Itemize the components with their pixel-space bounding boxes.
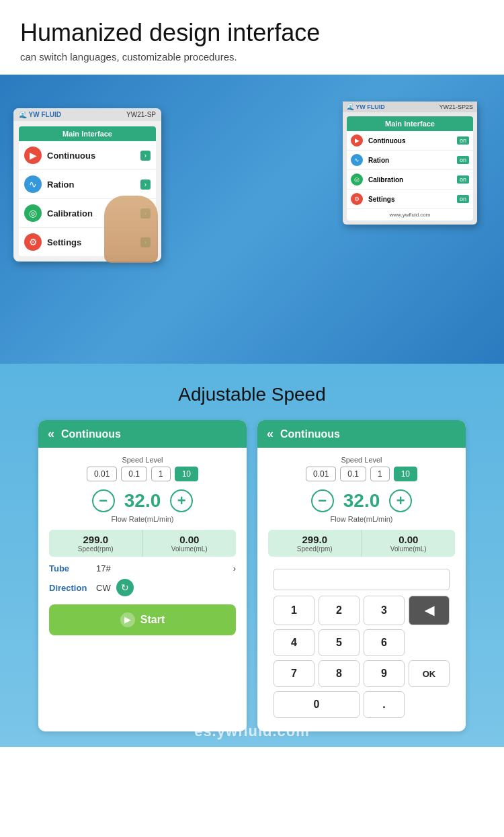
speed-buttons-left: 0.01 0.1 1 10: [49, 467, 236, 481]
continuous-label-right: Continuous: [368, 137, 457, 145]
tube-arrow-left[interactable]: ›: [233, 563, 236, 573]
num-btn-ok[interactable]: OK: [409, 660, 450, 687]
watermark: es.ywfluid.com: [194, 723, 310, 740]
settings-icon-left: ⚙: [24, 233, 42, 251]
num-btn-dot[interactable]: .: [364, 691, 405, 718]
flow-plus-left[interactable]: +: [170, 489, 193, 512]
model-left: YW21-SP: [126, 111, 156, 118]
speed-level-label-right: Speed Level: [268, 456, 455, 464]
num-btn-6[interactable]: 6: [364, 629, 405, 656]
panel-body-left: Speed Level 0.01 0.1 1 10 − 32.0 + Flow …: [38, 448, 247, 643]
calibration-icon-left: ◎: [24, 204, 42, 222]
calibration-icon-right: ◎: [351, 173, 363, 186]
stat-rpm-right: 299.0 Speed(rpm): [268, 530, 362, 557]
tube-value-left: 17#: [96, 563, 233, 573]
volume-label-left: Volume(mL): [149, 545, 231, 553]
speed-btn-01-left[interactable]: 0.1: [121, 467, 147, 481]
flow-value-right: 32.0: [343, 490, 380, 512]
menu-item-calibration-right[interactable]: ◎ Calibration on: [347, 170, 473, 190]
panels-row: « Continuous Speed Level 0.01 0.1 1 10 −…: [13, 420, 491, 731]
speed-buttons-right: 0.01 0.1 1 10: [268, 467, 455, 481]
rpm-value-left: 299.0: [54, 534, 137, 545]
num-btn-5[interactable]: 5: [319, 629, 360, 656]
device-screen-right: Main Interface ▶ Continuous on ∿ Ration …: [347, 116, 473, 221]
menu-item-ration-left[interactable]: ∿ Ration ›: [19, 170, 156, 199]
dir-value-left: CW: [96, 583, 111, 593]
ration-arrow-left: ›: [140, 180, 151, 190]
start-play-icon: ▶: [120, 612, 135, 627]
bottom-title: Adjustable Speed: [13, 384, 491, 405]
rpm-label-right: Speed(rpm): [274, 545, 356, 553]
screen-header-left: Main Interface: [19, 126, 156, 141]
flow-plus-right[interactable]: +: [389, 489, 412, 512]
panel-title-right: Continuous: [280, 428, 340, 440]
page-subtitle: can switch languages, customizable proce…: [20, 51, 484, 63]
speed-btn-1-right[interactable]: 1: [370, 467, 390, 481]
speed-btn-01-right[interactable]: 0.1: [340, 467, 366, 481]
continuous-label-left: Continuous: [47, 151, 140, 161]
flow-minus-right[interactable]: −: [311, 489, 334, 512]
back-icon-right[interactable]: «: [267, 427, 274, 441]
model-right: YW21-SP2S: [439, 104, 473, 110]
num-btn-2[interactable]: 2: [319, 596, 360, 625]
numpad-display[interactable]: [274, 569, 450, 590]
flow-control-left: − 32.0 +: [49, 489, 236, 512]
photo-section: 🌊 YW FLUID YW21-SP Main Interface ▶ Cont…: [0, 75, 504, 364]
control-panel-right: « Continuous Speed Level 0.01 0.1 1 10 −…: [257, 420, 466, 731]
calibration-toggle-right: on: [457, 175, 469, 184]
dir-row-left: Direction CW ↻: [49, 579, 236, 596]
menu-item-settings-right[interactable]: ⚙ Settings on: [347, 190, 473, 209]
speed-btn-001-right[interactable]: 0.01: [306, 467, 336, 481]
start-button-left[interactable]: ▶ Start: [49, 604, 236, 635]
settings-label-right: Settings: [368, 196, 457, 203]
rpm-label-left: Speed(rpm): [54, 545, 137, 553]
num-btn-9[interactable]: 9: [364, 660, 405, 687]
dir-icon-left[interactable]: ↻: [116, 579, 134, 596]
continuous-arrow-left: ›: [140, 151, 151, 161]
speed-btn-1-left[interactable]: 1: [151, 467, 171, 481]
stat-rpm-left: 299.0 Speed(rpm): [49, 530, 142, 557]
calibration-label-right: Calibration: [368, 176, 457, 184]
stats-row-left: 299.0 Speed(rpm) 0.00 Volume(mL): [49, 530, 236, 557]
ration-toggle-right: on: [457, 156, 469, 164]
settings-icon-right: ⚙: [351, 193, 363, 205]
flow-label-right: Flow Rate(mL/min): [268, 515, 455, 523]
num-btn-7[interactable]: 7: [274, 660, 314, 687]
speed-btn-10-right[interactable]: 10: [394, 467, 417, 481]
rpm-value-right: 299.0: [274, 534, 356, 545]
menu-item-continuous-left[interactable]: ▶ Continuous ›: [19, 141, 156, 170]
continuous-icon-left: ▶: [24, 147, 42, 164]
numpad-grid: 1 2 3 ◀ 4 5 6 7 8 9 OK 0 .: [274, 596, 450, 718]
bottom-section: Adjustable Speed « Continuous Speed Leve…: [0, 364, 504, 747]
ration-icon-right: ∿: [351, 154, 363, 166]
num-btn-1[interactable]: 1: [274, 596, 314, 625]
speed-level-label-left: Speed Level: [49, 456, 236, 464]
flow-value-left: 32.0: [124, 490, 161, 512]
num-btn-backspace[interactable]: ◀: [409, 596, 450, 625]
stat-volume-right: 0.00 Volume(mL): [362, 530, 456, 557]
tube-row-left: Tube 17# ›: [49, 563, 236, 573]
brand-right: 🌊 YW FLUID: [347, 104, 385, 110]
panel-title-left: Continuous: [61, 428, 121, 440]
continuous-toggle-right: on: [457, 136, 469, 145]
panel-body-right: Speed Level 0.01 0.1 1 10 − 32.0 + Flow …: [257, 448, 466, 731]
flow-minus-left[interactable]: −: [92, 489, 115, 512]
panel-header-right: « Continuous: [257, 420, 466, 448]
num-btn-0[interactable]: 0: [274, 691, 360, 718]
speed-btn-10-left[interactable]: 10: [175, 467, 198, 481]
stat-volume-left: 0.00 Volume(mL): [142, 530, 237, 557]
num-btn-3[interactable]: 3: [364, 596, 405, 625]
num-btn-8[interactable]: 8: [319, 660, 360, 687]
brand-left: 🌊 YW FLUID: [19, 111, 61, 118]
num-btn-4[interactable]: 4: [274, 629, 314, 656]
volume-value-right: 0.00: [368, 534, 450, 545]
menu-item-ration-right[interactable]: ∿ Ration on: [347, 151, 473, 170]
volume-label-right: Volume(mL): [368, 545, 450, 553]
top-section: Humanized design interface can switch la…: [0, 0, 504, 75]
menu-item-continuous-right[interactable]: ▶ Continuous on: [347, 131, 473, 151]
speed-btn-001-left[interactable]: 0.01: [87, 467, 117, 481]
dir-label-left: Direction: [49, 583, 96, 593]
settings-toggle-right: on: [457, 195, 469, 203]
page-title: Humanized design interface: [20, 19, 484, 47]
back-icon-left[interactable]: «: [48, 427, 54, 441]
